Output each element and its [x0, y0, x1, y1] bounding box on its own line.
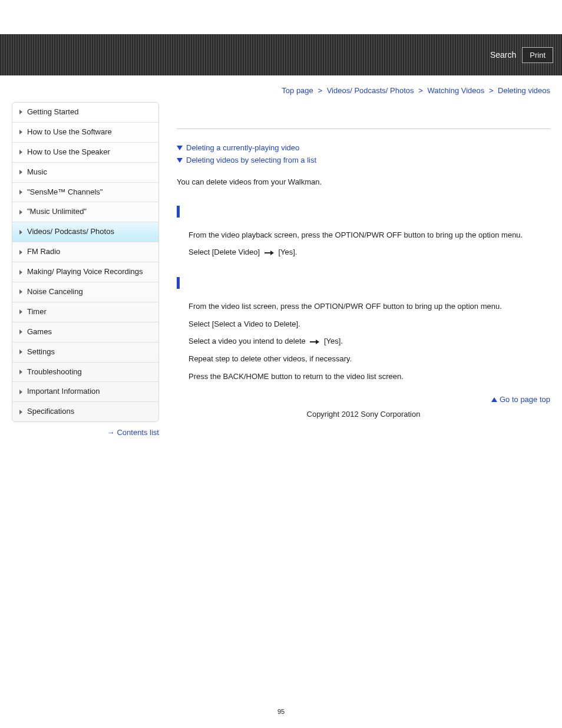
sidebar-item[interactable]: "SensMe™ Channels"	[12, 183, 158, 203]
up-triangle-icon	[491, 397, 497, 402]
caret-right-icon	[19, 190, 22, 195]
sidebar-item[interactable]: Music	[12, 163, 158, 183]
print-button[interactable]: Print	[522, 47, 553, 63]
sidebar: Getting StartedHow to Use the SoftwareHo…	[12, 102, 159, 437]
sidebar-item-link[interactable]: Specifications	[12, 402, 158, 421]
footer-copyright: Copyright 2012 Sony Corporation	[177, 404, 550, 436]
sidebar-item[interactable]: Noise Canceling	[12, 282, 158, 302]
down-triangle-icon	[177, 158, 183, 163]
anchor-link-list[interactable]: Deleting videos by selecting from a list	[186, 156, 316, 164]
sidebar-item-label: Noise Canceling	[27, 287, 83, 297]
sidebar-item-label: Getting Started	[27, 107, 78, 117]
breadcrumb-link-watching[interactable]: Watching Videos	[427, 86, 484, 95]
sidebar-item-label: Troubleshooting	[27, 367, 82, 377]
sidebar-item[interactable]: Specifications	[12, 402, 158, 421]
caret-right-icon	[19, 350, 22, 354]
sidebar-item[interactable]: How to Use the Speaker	[12, 143, 158, 163]
step-text: Select [Delete Video] [Yes].	[189, 245, 550, 259]
step-fragment: Select a video you intend to delete	[189, 337, 308, 345]
sidebar-item-label: "SensMe™ Channels"	[27, 187, 103, 197]
caret-right-icon	[19, 110, 22, 114]
sidebar-item-link[interactable]: Games	[12, 322, 158, 342]
sidebar-item[interactable]: Timer	[12, 302, 158, 322]
sidebar-item-link[interactable]: Troubleshooting	[12, 363, 158, 382]
arrow-right-icon	[265, 246, 274, 259]
sidebar-item[interactable]: "Music Unlimited"	[12, 202, 158, 222]
sidebar-item[interactable]: Troubleshooting	[12, 363, 158, 383]
anchor-link-current[interactable]: Deleting a currently-playing video	[186, 143, 299, 152]
breadcrumb-link-videos[interactable]: Videos/ Podcasts/ Photos	[327, 86, 414, 95]
intro-text: You can delete videos from your Walkman.	[177, 176, 550, 188]
search-link[interactable]: Search	[490, 50, 516, 60]
sidebar-item-link[interactable]: How to Use the Speaker	[12, 143, 158, 162]
sidebar-item-link[interactable]: FM Radio	[12, 242, 158, 262]
caret-right-icon	[19, 230, 22, 235]
sidebar-item-label: Timer	[27, 307, 47, 317]
sidebar-item-label: Specifications	[27, 407, 74, 417]
contents-list-link[interactable]: Contents list	[117, 428, 159, 437]
sidebar-item-link[interactable]: Making/ Playing Voice Recordings	[12, 262, 158, 282]
breadcrumb-link-top[interactable]: Top page	[282, 86, 313, 95]
sidebar-item[interactable]: Settings	[12, 342, 158, 363]
sidebar-item-link[interactable]: "SensMe™ Channels"	[12, 183, 158, 202]
step-fragment: [Yes].	[322, 337, 343, 345]
sidebar-item-link[interactable]: Timer	[12, 302, 158, 322]
step-fragment: Select [Delete Video]	[189, 248, 262, 256]
step-fragment: [Yes].	[276, 248, 297, 256]
page-number: 95	[0, 708, 562, 715]
go-to-top: Go to page top	[177, 395, 550, 404]
step-text: Press the BACK/HOME button to return to …	[189, 370, 550, 383]
section-marker-icon	[177, 277, 180, 289]
sidebar-item[interactable]: Making/ Playing Voice Recordings	[12, 262, 158, 282]
down-triangle-icon	[177, 146, 183, 150]
sidebar-item-link[interactable]: How to Use the Software	[12, 123, 158, 142]
sidebar-item-link[interactable]: "Music Unlimited"	[12, 202, 158, 222]
sidebar-item[interactable]: How to Use the Software	[12, 123, 158, 143]
caret-right-icon	[19, 150, 22, 154]
caret-right-icon	[19, 330, 22, 334]
arrow-right-icon: →	[107, 428, 114, 437]
sidebar-item-link[interactable]: Noise Canceling	[12, 282, 158, 302]
breadcrumb-sep: >	[418, 86, 423, 95]
contents-list: →Contents list	[12, 428, 159, 437]
caret-right-icon	[19, 309, 22, 314]
section-2-steps: From the video list screen, press the OP…	[177, 299, 550, 383]
step-text: Select [Select a Video to Delete].	[189, 317, 550, 331]
sidebar-item-link[interactable]: Music	[12, 163, 158, 182]
sidebar-item-label: Music	[27, 167, 47, 177]
caret-right-icon	[19, 250, 22, 255]
breadcrumb-sep: >	[489, 86, 494, 95]
sidebar-item-label: Games	[27, 327, 52, 337]
sidebar-item-link[interactable]: Settings	[12, 342, 158, 362]
sidebar-item[interactable]: Important Information	[12, 382, 158, 402]
breadcrumb: Top page > Videos/ Podcasts/ Photos > Wa…	[0, 75, 562, 102]
step-text: Select a video you intend to delete [Yes…	[189, 334, 550, 348]
divider	[177, 129, 550, 129]
sidebar-item-label: FM Radio	[27, 247, 60, 257]
sidebar-item-label: Videos/ Podcasts/ Photos	[27, 227, 114, 237]
caret-right-icon	[19, 130, 22, 134]
sidebar-item-label: How to Use the Speaker	[27, 147, 110, 157]
sidebar-item[interactable]: Videos/ Podcasts/ Photos	[12, 222, 158, 242]
step-text: Repeat step to delete other videos, if n…	[189, 352, 550, 365]
sidebar-item-link[interactable]: Getting Started	[12, 103, 158, 122]
go-to-top-link[interactable]: Go to page top	[500, 395, 550, 404]
section-1-steps: From the video playback screen, press th…	[177, 228, 550, 260]
sidebar-item-label: Important Information	[27, 387, 100, 397]
caret-right-icon	[19, 289, 22, 294]
step-text: From the video playback screen, press th…	[189, 228, 550, 242]
top-bar: Search Print	[0, 34, 562, 75]
caret-right-icon	[19, 390, 22, 394]
sidebar-item[interactable]: Getting Started	[12, 103, 158, 123]
caret-right-icon	[19, 170, 22, 174]
section-marker-icon	[177, 206, 180, 218]
sidebar-item[interactable]: Games	[12, 322, 158, 342]
sidebar-item-label: How to Use the Software	[27, 127, 112, 137]
sidebar-item-link[interactable]: Videos/ Podcasts/ Photos	[12, 222, 158, 242]
sidebar-item[interactable]: FM Radio	[12, 242, 158, 262]
sidebar-item-link[interactable]: Important Information	[12, 382, 158, 401]
breadcrumb-current: Deleting videos	[498, 86, 550, 95]
sidebar-item-label: Settings	[27, 347, 55, 357]
sidebar-item-label: "Music Unlimited"	[27, 207, 87, 217]
caret-right-icon	[19, 210, 22, 215]
